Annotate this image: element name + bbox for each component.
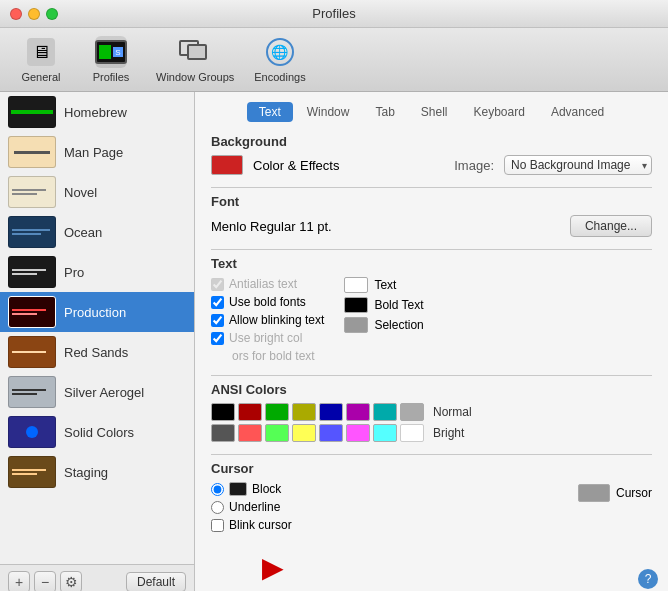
encodings-label: Encodings <box>254 71 305 83</box>
add-profile-button[interactable]: + <box>8 571 30 591</box>
ansi-bright-4[interactable] <box>319 424 343 442</box>
sidebar-item-man-page[interactable]: Man Page <box>0 132 194 172</box>
normal-label: Normal <box>433 405 472 419</box>
bold-text-colors-label: ors for bold text <box>232 349 315 363</box>
tab-advanced[interactable]: Advanced <box>539 102 616 122</box>
tab-tab[interactable]: Tab <box>363 102 406 122</box>
text-options: Antialias text Use bold fonts Allow blin… <box>211 277 652 363</box>
ansi-normal-2[interactable] <box>265 403 289 421</box>
ocean-thumb <box>8 216 56 248</box>
image-select[interactable]: No Background Image <box>504 155 652 175</box>
remove-profile-button[interactable]: − <box>34 571 56 591</box>
divider-1 <box>211 187 652 188</box>
manpage-thumb <box>8 136 56 168</box>
bold-text-color-label: Bold Text <box>374 298 423 312</box>
color-effects-label: Color & Effects <box>253 158 339 173</box>
block-radio[interactable] <box>211 483 224 496</box>
ansi-bright-0[interactable] <box>211 424 235 442</box>
ansi-normal-0[interactable] <box>211 403 235 421</box>
blink-cursor-label: Blink cursor <box>229 518 292 532</box>
ansi-bright-6[interactable] <box>373 424 397 442</box>
title-bar: Profiles <box>0 0 668 28</box>
window-controls[interactable] <box>10 8 58 20</box>
sidebar-item-homebrew[interactable]: Homebrew <box>0 92 194 132</box>
cursor-color-swatch[interactable] <box>578 484 610 502</box>
toolbar-item-general[interactable]: 🖥 General <box>16 36 66 83</box>
main-area: Homebrew Man Page Novel <box>0 92 668 591</box>
window-groups-icon <box>179 40 211 64</box>
bold-text-color-swatch[interactable] <box>344 297 368 313</box>
toolbar-item-encodings[interactable]: 🌐 Encodings <box>254 36 305 83</box>
change-font-button[interactable]: Change... <box>570 215 652 237</box>
tab-keyboard[interactable]: Keyboard <box>462 102 537 122</box>
text-color-swatch[interactable] <box>344 277 368 293</box>
cursor-color-area: Cursor <box>578 484 652 502</box>
cursor-options: Block Underline <box>211 482 281 514</box>
sidebar-item-red-sands[interactable]: Red Sands <box>0 332 194 372</box>
background-color-swatch[interactable] <box>211 155 243 175</box>
blink-cursor-checkbox[interactable] <box>211 519 224 532</box>
homebrew-thumb <box>8 96 56 128</box>
staging-label: Staging <box>64 465 108 480</box>
image-label: Image: <box>454 158 494 173</box>
tab-window[interactable]: Window <box>295 102 362 122</box>
ansi-normal-7[interactable] <box>400 403 424 421</box>
sidebar-item-silver-aerogel[interactable]: Silver Aerogel <box>0 372 194 412</box>
ansi-bright-5[interactable] <box>346 424 370 442</box>
bright-colors-checkbox[interactable] <box>211 332 224 345</box>
background-color-row: Color & Effects Image: No Background Ima… <box>211 155 652 175</box>
maximize-button[interactable] <box>46 8 58 20</box>
ansi-bright-2[interactable] <box>265 424 289 442</box>
toolbar-item-window-groups[interactable]: Window Groups <box>156 36 234 83</box>
sidebar-item-novel[interactable]: Novel <box>0 172 194 212</box>
minimize-button[interactable] <box>28 8 40 20</box>
ansi-bright-7[interactable] <box>400 424 424 442</box>
tab-text[interactable]: Text <box>247 102 293 122</box>
toolbar-item-profiles[interactable]: S Profiles <box>86 36 136 83</box>
block-cursor-row: Block <box>211 482 281 496</box>
selection-color-swatch[interactable] <box>344 317 368 333</box>
silver-aerogel-label: Silver Aerogel <box>64 385 144 400</box>
ansi-normal-1[interactable] <box>238 403 262 421</box>
staging-thumb <box>8 456 56 488</box>
image-select-wrapper[interactable]: No Background Image <box>504 155 652 175</box>
sidebar-item-ocean[interactable]: Ocean <box>0 212 194 252</box>
settings-button[interactable]: ⚙ <box>60 571 82 591</box>
production-thumb <box>8 296 56 328</box>
ansi-normal-4[interactable] <box>319 403 343 421</box>
sidebar-item-production[interactable]: Production <box>0 292 194 332</box>
ansi-normal-3[interactable] <box>292 403 316 421</box>
profiles-icon-box: S <box>95 36 127 68</box>
text-section: Text Antialias text Use bold fonts Allow… <box>211 256 652 363</box>
cursor-section-label: Cursor <box>211 461 652 476</box>
window-title: Profiles <box>312 6 355 21</box>
bold-fonts-row: Use bold fonts <box>211 295 324 309</box>
window-groups-icon-box <box>179 36 211 68</box>
red-sands-thumb <box>8 336 56 368</box>
ansi-normal-row: Normal <box>211 403 652 421</box>
ansi-normal-6[interactable] <box>373 403 397 421</box>
tab-shell[interactable]: Shell <box>409 102 460 122</box>
ansi-bright-1[interactable] <box>238 424 262 442</box>
ansi-normal-5[interactable] <box>346 403 370 421</box>
bold-fonts-checkbox[interactable] <box>211 296 224 309</box>
font-section: Font Menlo Regular 11 pt. Change... <box>211 194 652 237</box>
ansi-bright-3[interactable] <box>292 424 316 442</box>
blink-checkbox[interactable] <box>211 314 224 327</box>
underline-radio[interactable] <box>211 501 224 514</box>
antialiasing-checkbox[interactable] <box>211 278 224 291</box>
blink-cursor-row: Blink cursor <box>211 518 652 532</box>
sidebar-item-pro[interactable]: Pro <box>0 252 194 292</box>
sidebar-item-solid-colors[interactable]: Solid Colors <box>0 412 194 452</box>
selection-color-label: Selection <box>374 318 423 332</box>
close-button[interactable] <box>10 8 22 20</box>
sidebar-item-staging[interactable]: Staging <box>0 452 194 492</box>
underline-cursor-row: Underline <box>211 500 281 514</box>
selection-color-row: Selection <box>344 317 423 333</box>
bold-fonts-label: Use bold fonts <box>229 295 306 309</box>
bold-text-colors-row: ors for bold text <box>211 349 324 363</box>
bright-colors-label: Use bright col <box>229 331 302 345</box>
help-button[interactable]: ? <box>638 569 658 589</box>
background-section: Background Color & Effects Image: No Bac… <box>211 134 652 175</box>
default-button[interactable]: Default <box>126 572 186 591</box>
